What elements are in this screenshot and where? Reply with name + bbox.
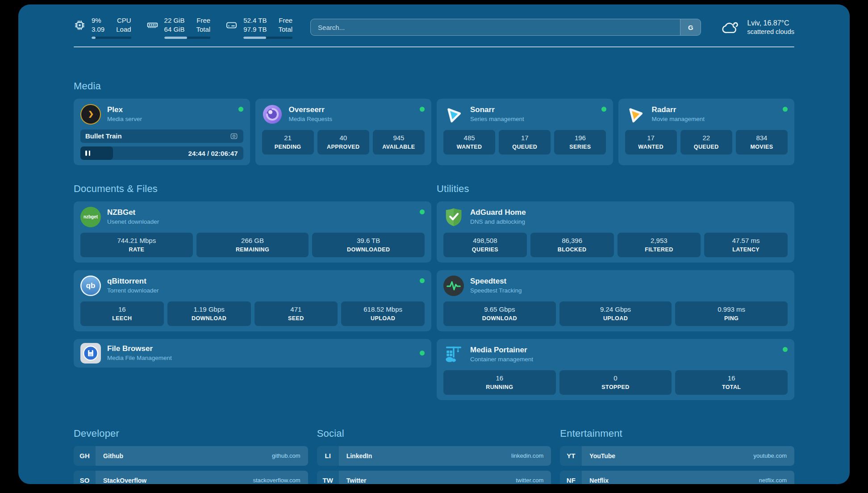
bookmark-url: github.com xyxy=(272,452,300,459)
search-engine-button[interactable]: G xyxy=(680,19,701,35)
stat-tile: 196 SERIES xyxy=(554,130,606,155)
disk-progressbar xyxy=(243,37,292,39)
stat-label: APPROVED xyxy=(320,144,367,150)
section-heading: Documents & Files xyxy=(74,183,431,195)
stat-label: RUNNING xyxy=(446,384,553,390)
bookmark-abbr: LI xyxy=(317,446,339,466)
stat-label: SERIES xyxy=(557,144,603,150)
bookmark-link-youtube[interactable]: YT YouTube youtube.com xyxy=(560,446,794,466)
nzbget-icon: nzbget xyxy=(80,207,101,227)
app-description: Container management xyxy=(470,356,533,363)
app-description: Movie management xyxy=(652,116,705,123)
stat-tile: 47.57 ms LATENCY xyxy=(704,233,788,257)
screenshot-frame: 9% 3.09 CPU Load xyxy=(0,0,868,493)
stat-tile: 40 APPROVED xyxy=(317,130,369,155)
app-name: Media Portainer xyxy=(470,346,533,355)
app-name: Speedtest xyxy=(470,277,522,286)
stat-value: 17 xyxy=(501,134,548,142)
now-playing-title: Bullet Train xyxy=(85,132,122,140)
qbittorrent-icon: qb xyxy=(80,276,101,296)
memory-total-label: Total xyxy=(196,25,210,34)
app-card-adguard[interactable]: AdGuard Home DNS and adblocking 498,508 … xyxy=(437,201,794,263)
stat-value: 9.24 Gbps xyxy=(562,305,669,313)
stat-value: 39.6 TB xyxy=(315,237,422,245)
app-description: Torrent downloader xyxy=(107,287,159,294)
bookmark-abbr: TW xyxy=(317,471,339,485)
bookmark-link-stackoverflow[interactable]: SO StackOverflow stackoverflow.com xyxy=(74,471,308,485)
bookmark-name: Github xyxy=(103,452,123,460)
stat-value: 834 xyxy=(739,134,785,142)
stat-value: 266 GB xyxy=(199,237,306,245)
app-card-overseerr[interactable]: Overseerr Media Requests 21 PENDING 40 A… xyxy=(255,99,432,165)
status-dot xyxy=(238,107,243,112)
disk-stat: 52.4 TB 97.9 TB Free Total xyxy=(225,16,292,39)
stat-tile: 498,508 QUERIES xyxy=(443,233,527,257)
section-documents-files: Documents & Files nzbget NZBGet Usenet d… xyxy=(74,183,431,368)
stat-label: LEECH xyxy=(83,315,161,322)
stat-tile: 86,396 BLOCKED xyxy=(530,233,614,257)
bookmark-group-developer: Developer GH Github github.com SO StackO… xyxy=(74,428,308,485)
app-card-filebrowser[interactable]: File Browser Media File Management xyxy=(74,339,431,368)
search-input[interactable] xyxy=(311,19,680,35)
stat-tile: 1.19 Gbps DOWNLOAD xyxy=(167,301,251,326)
header-divider xyxy=(74,46,794,47)
filebrowser-icon xyxy=(80,343,101,363)
search-bar: G xyxy=(310,19,701,36)
bookmark-group-heading: Developer xyxy=(74,428,308,439)
status-dot xyxy=(420,209,425,214)
bookmarks: Developer GH Github github.com SO StackO… xyxy=(74,428,794,485)
stat-value: 47.57 ms xyxy=(707,237,785,245)
stat-label: STOPPED xyxy=(562,384,669,390)
app-card-radarr[interactable]: Radarr Movie management 17 WANTED 22 QUE… xyxy=(618,99,795,165)
stat-value: 17 xyxy=(628,134,674,142)
stat-label: QUERIES xyxy=(446,246,524,253)
memory-progressbar xyxy=(164,37,211,39)
bookmark-url: netflix.com xyxy=(759,477,787,484)
bookmark-link-linkedin[interactable]: LI LinkedIn linkedin.com xyxy=(317,446,551,466)
bookmark-group-heading: Entertainment xyxy=(560,428,794,439)
app-card-plex[interactable]: Plex Media server Bullet Train 24:44 / 0… xyxy=(74,99,250,165)
bookmark-url: linkedin.com xyxy=(511,452,543,459)
section-utilities: Utilities AdGuard Home xyxy=(437,183,794,400)
stat-label: WANTED xyxy=(628,144,674,150)
app-description: Media File Management xyxy=(107,355,172,362)
stat-label: MOVIES xyxy=(739,144,785,150)
section-media: Media Plex Media server Bullet Train xyxy=(74,80,794,165)
section-heading: Media xyxy=(74,80,794,92)
disk-total-value: 97.9 TB xyxy=(243,25,267,34)
cpu-usage-value: 9% xyxy=(92,16,104,25)
bookmark-link-twitter[interactable]: TW Twitter twitter.com xyxy=(317,471,551,485)
app-name: qBittorrent xyxy=(107,277,159,286)
app-card-portainer[interactable]: Media Portainer Container management 16 … xyxy=(437,339,794,400)
stat-label: UPLOAD xyxy=(344,315,422,322)
stat-tile: 0 STOPPED xyxy=(559,370,672,395)
bookmark-link-netflix[interactable]: NF Netflix netflix.com xyxy=(560,471,794,485)
stat-value: 16 xyxy=(446,374,553,382)
status-dot xyxy=(420,351,425,355)
status-dot xyxy=(420,278,425,283)
app-name: Radarr xyxy=(652,105,705,114)
app-card-qbittorrent[interactable]: qb qBittorrent Torrent downloader 16 LEE… xyxy=(74,270,431,331)
app-name: AdGuard Home xyxy=(470,208,526,217)
stat-tile: 744.21 Mbps RATE xyxy=(80,233,193,257)
app-card-sonarr[interactable]: Sonarr Series management 485 WANTED 17 Q… xyxy=(437,99,613,165)
cpu-load-label: Load xyxy=(116,25,131,34)
player-progress-bar: 24:44 / 02:06:47 xyxy=(80,146,243,160)
stat-tile: 16 RUNNING xyxy=(443,370,556,395)
pause-button[interactable] xyxy=(85,150,90,156)
stat-label: DOWNLOADED xyxy=(315,246,422,253)
adguard-icon xyxy=(443,207,464,227)
app-description: Media server xyxy=(107,116,142,123)
app-card-nzbget[interactable]: nzbget NZBGet Usenet downloader 744.21 M… xyxy=(74,201,431,263)
app-card-speedtest[interactable]: Speedtest Speedtest Tracking 9.65 Gbps D… xyxy=(437,270,794,331)
stat-tile: 22 QUEUED xyxy=(680,130,732,155)
bookmark-url: twitter.com xyxy=(516,477,543,484)
stat-tile: 17 WANTED xyxy=(625,130,677,155)
stat-value: 9.65 Gbps xyxy=(446,305,553,313)
status-dot xyxy=(420,107,425,112)
bookmark-link-github[interactable]: GH Github github.com xyxy=(74,446,308,466)
stat-value: 498,508 xyxy=(446,237,524,245)
video-session-icon[interactable] xyxy=(230,132,238,141)
stat-tile: 945 AVAILABLE xyxy=(373,130,425,155)
memory-stat: 22 GiB 64 GiB Free Total xyxy=(146,16,211,39)
